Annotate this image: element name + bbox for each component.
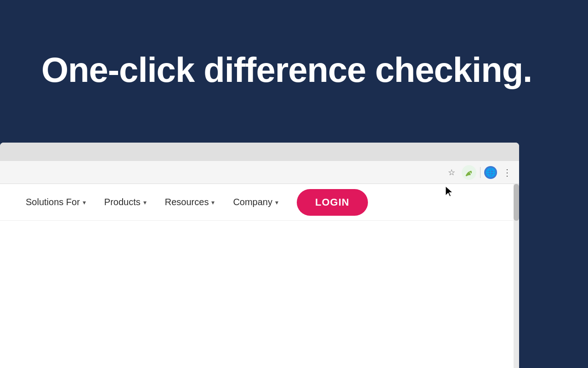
nav-item-solutions[interactable]: Solutions For ▾ bbox=[18, 193, 93, 211]
browser-toolbar: ☆ 🌐 ⋮ bbox=[0, 161, 519, 184]
browser-menu-icon[interactable]: ⋮ bbox=[500, 165, 514, 180]
chevron-down-icon: ▾ bbox=[211, 199, 215, 206]
login-button[interactable]: LOGIN bbox=[297, 189, 368, 216]
world-extension-icon[interactable]: 🌐 bbox=[484, 166, 497, 179]
browser-tab-bar bbox=[0, 143, 519, 161]
nav-item-products[interactable]: Products ▾ bbox=[97, 193, 154, 211]
chevron-down-icon: ▾ bbox=[83, 199, 86, 206]
chevron-down-icon: ▾ bbox=[143, 199, 147, 206]
scrollbar-thumb[interactable] bbox=[514, 184, 519, 221]
website-nav: Solutions For ▾ Products ▾ Resources ▾ C… bbox=[0, 184, 519, 221]
toolbar-divider bbox=[480, 167, 481, 178]
nav-items: Solutions For ▾ Products ▾ Resources ▾ C… bbox=[18, 189, 368, 216]
website-content: Solutions For ▾ Products ▾ Resources ▾ C… bbox=[0, 184, 519, 368]
browser-scrollbar[interactable] bbox=[514, 184, 519, 368]
chevron-down-icon: ▾ bbox=[275, 199, 278, 206]
nav-item-resources-label: Resources bbox=[165, 197, 209, 207]
nav-item-products-label: Products bbox=[104, 197, 141, 207]
nav-item-solutions-label: Solutions For bbox=[26, 197, 80, 207]
extension-leaf-icon[interactable] bbox=[462, 165, 476, 180]
nav-item-resources[interactable]: Resources ▾ bbox=[158, 193, 222, 211]
browser-window: ☆ 🌐 ⋮ Solutions For ▾ bbox=[0, 143, 519, 368]
hero-headline: One-click difference checking. bbox=[41, 51, 547, 89]
nav-item-company-label: Company bbox=[233, 197, 272, 207]
nav-item-company[interactable]: Company ▾ bbox=[226, 193, 286, 211]
bookmark-icon[interactable]: ☆ bbox=[444, 165, 459, 180]
